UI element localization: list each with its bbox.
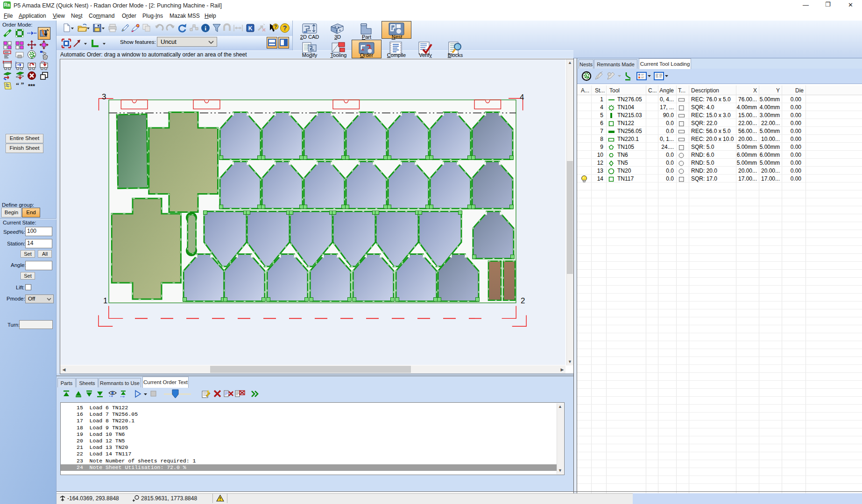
svg-text:?: ? bbox=[274, 24, 277, 29]
svg-text:4: 4 bbox=[520, 93, 524, 102]
svg-text:“ ”: “ ” bbox=[16, 82, 24, 89]
svg-text:2: 2 bbox=[521, 296, 525, 305]
svg-text:1: 1 bbox=[103, 296, 107, 305]
svg-text:***: *** bbox=[28, 83, 35, 90]
svg-text:i: i bbox=[205, 25, 206, 32]
svg-text:3: 3 bbox=[102, 92, 106, 101]
svg-text:?: ? bbox=[283, 24, 287, 32]
svg-text:K: K bbox=[248, 25, 253, 32]
